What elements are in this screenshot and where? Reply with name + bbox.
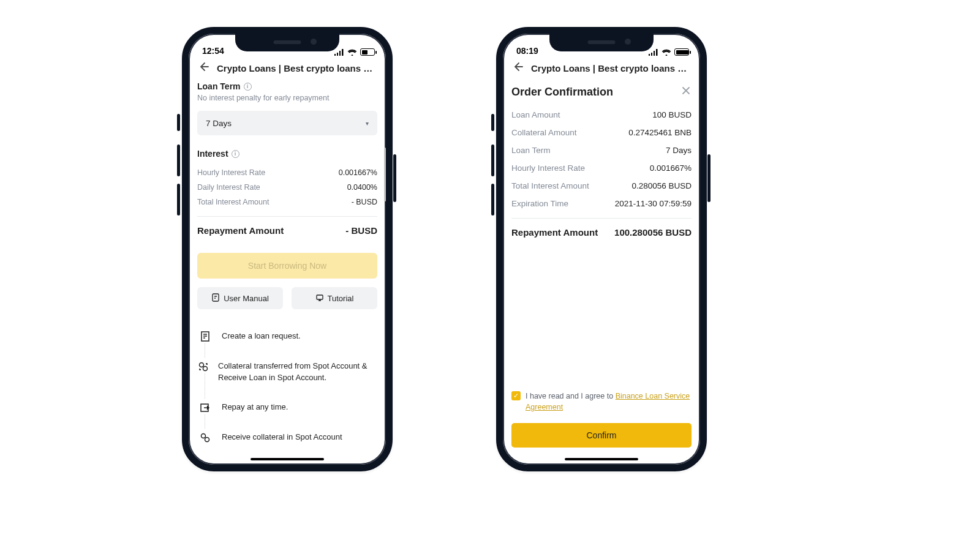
user-manual-button[interactable]: User Manual: [197, 287, 283, 309]
expiration-value: 2021-11-30 07:59:59: [615, 199, 692, 208]
page-title: Crypto Loans | Best crypto loans plat...: [217, 63, 377, 73]
confirm-button[interactable]: Confirm: [511, 423, 692, 448]
receive-icon: [197, 431, 213, 444]
chevron-down-icon: ▾: [366, 120, 369, 127]
loan-term-label: Loan Term: [511, 146, 551, 155]
total-interest-label: Total Interest Amount: [197, 198, 269, 206]
manual-icon: [211, 293, 220, 304]
phone-side-button: [177, 144, 180, 176]
tutorial-icon: [315, 293, 324, 304]
battery-icon: [360, 48, 375, 56]
phone-side-button: [707, 154, 710, 202]
total-interest-value: - BUSD: [352, 198, 377, 206]
hourly-rate-label: Hourly Interest Rate: [197, 168, 265, 177]
step-text: Repay at any time.: [222, 401, 288, 413]
cellular-icon: [648, 49, 658, 56]
repayment-value: - BUSD: [345, 225, 377, 236]
step-text: Create a loan request.: [222, 330, 301, 342]
phone-side-button: [177, 184, 180, 216]
svg-rect-1: [317, 295, 323, 299]
agreement-checkbox[interactable]: ✓: [511, 391, 521, 400]
repayment-label: Repayment Amount: [511, 227, 598, 238]
phone-side-button: [177, 114, 180, 131]
loan-term-title: Loan Term i: [197, 81, 377, 91]
total-interest-label: Total Interest Amount: [511, 181, 589, 190]
back-icon[interactable]: [511, 61, 524, 75]
collateral-value: 0.27425461 BNB: [628, 128, 692, 137]
divider: [511, 218, 692, 219]
receipt-icon: [197, 330, 213, 343]
collateral-label: Collateral Amount: [511, 128, 577, 137]
loan-amount-label: Loan Amount: [511, 110, 560, 119]
info-icon[interactable]: i: [232, 150, 239, 158]
tutorial-button[interactable]: Tutorial: [292, 287, 377, 309]
notch: [235, 34, 339, 51]
transfer-icon: [197, 360, 209, 373]
phone-left: 12:54 Crypto Loans | Best crypto loans p…: [182, 27, 393, 471]
phone-side-button: [491, 184, 494, 216]
svg-point-6: [202, 433, 206, 438]
total-interest-value: 0.280056 BUSD: [631, 181, 692, 190]
agreement-row[interactable]: ✓ I have read and I agree to Binance Loa…: [511, 391, 692, 414]
loan-term-hint: No interest penalty for early repayment: [197, 94, 377, 102]
agreement-text: I have read and I agree to Binance Loan …: [526, 391, 692, 414]
back-icon[interactable]: [197, 61, 209, 75]
loan-term-selected: 7 Days: [206, 119, 232, 128]
svg-rect-0: [213, 294, 219, 301]
wifi-icon: [662, 49, 671, 56]
status-time: 12:54: [198, 46, 224, 56]
status-time: 08:19: [513, 46, 538, 56]
phone-side-button: [491, 144, 494, 176]
interest-title: Interest i: [197, 149, 377, 159]
modal-title: Order Confirmation: [511, 86, 613, 99]
confirmation-rows: Loan Amount100 BUSD Collateral Amount0.2…: [511, 110, 692, 208]
main-content[interactable]: Loan Term i No interest penalty for earl…: [189, 81, 386, 465]
repayment-label: Repayment Amount: [197, 225, 284, 236]
repayment-value: 100.280056 BUSD: [614, 227, 692, 238]
hourly-rate-value: 0.001667%: [650, 163, 692, 173]
home-indicator[interactable]: [565, 458, 638, 461]
steps-list: Create a loan request. Collateral transf…: [197, 326, 377, 457]
svg-point-4: [203, 367, 208, 371]
cellular-icon: [334, 49, 344, 56]
start-borrowing-button[interactable]: Start Borrowing Now: [197, 253, 377, 279]
step-text: Receive collateral in Spot Account: [222, 431, 342, 443]
loan-term-select[interactable]: 7 Days ▾: [197, 111, 377, 135]
hourly-rate-value: 0.001667%: [339, 168, 377, 177]
phone-side-button: [393, 154, 396, 202]
battery-icon: [674, 48, 689, 56]
navbar: Crypto Loans | Best crypto loans plat...: [189, 58, 386, 81]
phone-side-button: [491, 114, 494, 131]
divider: [197, 216, 377, 217]
expiration-label: Expiration Time: [511, 199, 568, 208]
loan-term-value: 7 Days: [666, 146, 692, 155]
wifi-icon: [347, 49, 357, 56]
page-title: Crypto Loans | Best crypto loans plat...: [531, 63, 692, 73]
svg-point-7: [205, 437, 209, 441]
repay-icon: [197, 401, 213, 414]
close-icon[interactable]: [680, 85, 692, 99]
daily-rate-label: Daily Interest Rate: [197, 183, 260, 192]
svg-point-3: [200, 363, 204, 367]
phone-right: 08:19 Crypto Loans | Best crypto loans p…: [496, 27, 707, 471]
info-icon[interactable]: i: [244, 83, 252, 91]
loan-amount-value: 100 BUSD: [652, 110, 692, 119]
hourly-rate-label: Hourly Interest Rate: [511, 163, 585, 173]
daily-rate-value: 0.0400%: [347, 183, 377, 192]
navbar: Crypto Loans | Best crypto loans plat...: [503, 58, 700, 81]
modal-content: Order Confirmation Loan Amount100 BUSD C…: [503, 81, 700, 465]
step-text: Collateral transferred from Spot Account…: [218, 360, 377, 384]
notch: [549, 34, 654, 51]
home-indicator[interactable]: [251, 458, 324, 461]
